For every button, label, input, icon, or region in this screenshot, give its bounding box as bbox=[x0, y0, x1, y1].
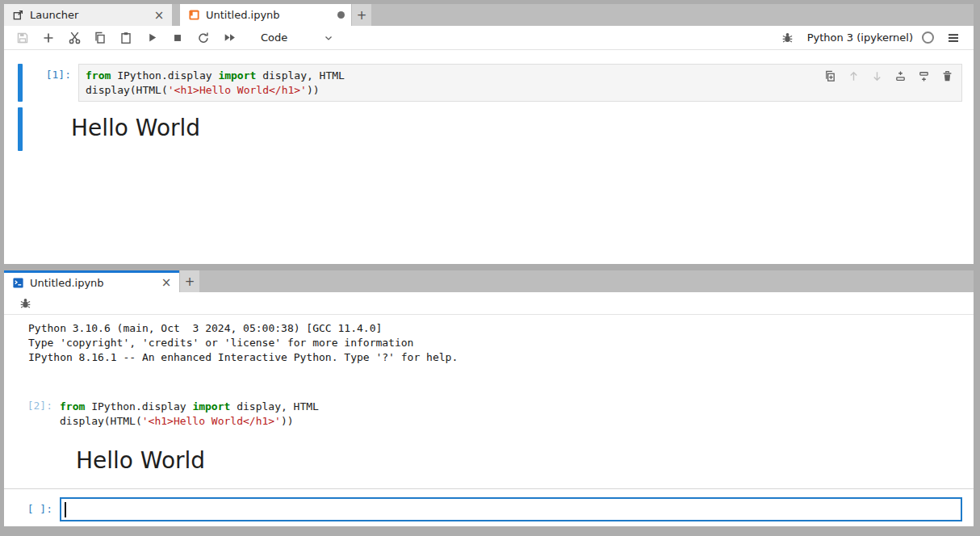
banner-line: Type 'copyright', 'credits' or 'license'… bbox=[28, 336, 974, 350]
kernel-status-icon[interactable] bbox=[922, 31, 934, 44]
console-tabbar: Untitled.ipynb × + bbox=[4, 270, 974, 292]
notebook-content: [1]: bbox=[4, 50, 974, 264]
console-input-row: [ ]: bbox=[4, 488, 974, 526]
execution-prompt: [1]: bbox=[23, 64, 78, 102]
output-collapser[interactable] bbox=[18, 107, 23, 151]
console-cell-code: from IPython.display import display, HTM… bbox=[60, 400, 974, 428]
console-content: Python 3.10.6 (main, Oct 3 2024, 05:00:3… bbox=[4, 315, 974, 488]
banner-line: Python 3.10.6 (main, Oct 3 2024, 05:00:3… bbox=[28, 321, 974, 336]
cut-cells-icon[interactable] bbox=[64, 28, 85, 48]
console-icon bbox=[12, 277, 24, 289]
output-heading: Hello World bbox=[76, 447, 974, 474]
tab-console-label: Untitled.ipynb bbox=[30, 277, 154, 289]
tab-notebook[interactable]: Untitled.ipynb bbox=[180, 4, 351, 26]
launcher-icon bbox=[12, 9, 24, 21]
cell-output-area: Hello World bbox=[18, 107, 962, 151]
cell-type-value: Code bbox=[261, 31, 287, 44]
console-input-prompt: [ ]: bbox=[4, 497, 60, 521]
insert-cell-icon[interactable] bbox=[38, 28, 59, 48]
restart-and-run-all-icon[interactable] bbox=[219, 28, 240, 48]
console-input-editor[interactable] bbox=[60, 497, 962, 521]
insert-cell-below-icon[interactable] bbox=[915, 68, 933, 84]
kernel-name[interactable]: Python 3 (ipykernel) bbox=[807, 31, 913, 44]
new-tab-button[interactable]: + bbox=[352, 4, 371, 26]
copy-cells-icon[interactable] bbox=[90, 28, 111, 48]
run-cell-icon[interactable] bbox=[141, 28, 162, 48]
code-cell-1: [1]: bbox=[18, 64, 962, 102]
bug-icon[interactable] bbox=[15, 294, 36, 313]
chevron-down-icon bbox=[323, 32, 334, 44]
execution-prompt: [2]: bbox=[4, 400, 60, 428]
notebook-toolbar: Code Python 3 (ipykernel) bbox=[4, 26, 974, 50]
kernel-area: Python 3 (ipykernel) bbox=[777, 28, 964, 48]
console-banner: Python 3.10.6 (main, Oct 3 2024, 05:00:3… bbox=[4, 321, 974, 365]
close-icon[interactable]: × bbox=[160, 275, 173, 290]
restart-kernel-icon[interactable] bbox=[193, 28, 214, 48]
console-toolbar bbox=[4, 292, 974, 315]
delete-cell-icon[interactable] bbox=[938, 68, 957, 84]
rendered-html-output: Hello World bbox=[71, 107, 200, 151]
cell-type-dropdown[interactable]: Code bbox=[256, 30, 339, 45]
close-icon[interactable]: × bbox=[153, 8, 165, 23]
notebook-panel: Launcher × Untitled.ipynb + bbox=[4, 4, 974, 264]
bug-icon[interactable] bbox=[777, 28, 798, 48]
tab-notebook-label: Untitled.ipynb bbox=[206, 9, 332, 21]
unsaved-changes-dot-icon[interactable] bbox=[337, 11, 345, 19]
text-cursor bbox=[65, 502, 66, 517]
notebook-tabbar: Launcher × Untitled.ipynb + bbox=[4, 4, 974, 26]
console-panel: Untitled.ipynb × + Python 3.10.6 (main, … bbox=[4, 270, 974, 526]
tab-console[interactable]: Untitled.ipynb × bbox=[4, 270, 179, 292]
banner-line: IPython 8.16.1 -- An enhanced Interactiv… bbox=[28, 350, 974, 365]
insert-cell-above-icon[interactable] bbox=[891, 68, 910, 84]
tab-launcher[interactable]: Launcher × bbox=[4, 4, 172, 26]
save-icon[interactable] bbox=[12, 28, 33, 48]
console-output-area: Hello World bbox=[4, 447, 974, 474]
console-executed-cell: [2]: from IPython.display import display… bbox=[4, 400, 974, 428]
move-cell-up-icon[interactable] bbox=[844, 68, 863, 84]
panel-split-handle[interactable] bbox=[4, 264, 974, 270]
output-heading: Hello World bbox=[71, 115, 200, 141]
tab-launcher-label: Launcher bbox=[30, 9, 147, 21]
notebook-icon bbox=[188, 9, 200, 21]
hamburger-menu-icon[interactable] bbox=[943, 28, 964, 48]
new-tab-button[interactable]: + bbox=[180, 270, 199, 292]
move-cell-down-icon[interactable] bbox=[868, 68, 886, 84]
jupyterlab-window: Launcher × Untitled.ipynb + bbox=[4, 4, 974, 526]
interrupt-kernel-icon[interactable] bbox=[167, 28, 188, 48]
cell-toolbar bbox=[821, 68, 957, 84]
paste-cells-icon[interactable] bbox=[115, 28, 136, 48]
cell-code-editor[interactable]: from IPython.display import display, HTM… bbox=[78, 64, 962, 102]
window-frame: { "colors": { "accent": "#1976d2", "coll… bbox=[0, 0, 980, 536]
duplicate-cell-icon[interactable] bbox=[821, 68, 840, 84]
